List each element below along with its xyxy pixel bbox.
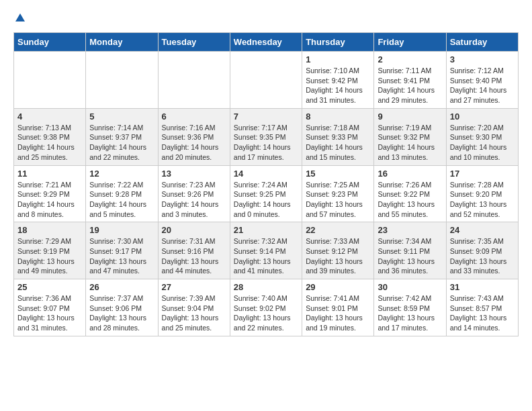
day-number: 3 (450, 54, 515, 64)
calendar-cell: 28Sunrise: 7:40 AM Sunset: 9:02 PM Dayli… (230, 279, 302, 336)
day-number: 12 (89, 169, 154, 179)
day-header-friday: Friday (374, 33, 446, 52)
day-number: 9 (378, 111, 442, 122)
day-content: Sunrise: 7:21 AM Sunset: 9:29 PM Dayligh… (17, 180, 82, 220)
day-content: Sunrise: 7:18 AM Sunset: 9:33 PM Dayligh… (306, 123, 370, 163)
calendar-cell: 9Sunrise: 7:19 AM Sunset: 9:32 PM Daylig… (374, 108, 446, 165)
calendar-cell: 2Sunrise: 7:11 AM Sunset: 9:41 PM Daylig… (374, 52, 446, 109)
calendar-cell: 27Sunrise: 7:39 AM Sunset: 9:04 PM Dayli… (158, 279, 230, 336)
calendar-cell: 26Sunrise: 7:37 AM Sunset: 9:06 PM Dayli… (86, 279, 158, 336)
calendar-cell: 15Sunrise: 7:25 AM Sunset: 9:23 PM Dayli… (302, 165, 374, 222)
day-number: 16 (378, 169, 442, 179)
calendar-cell: 10Sunrise: 7:20 AM Sunset: 9:30 PM Dayli… (446, 108, 518, 165)
day-number: 25 (17, 282, 82, 292)
calendar-cell: 8Sunrise: 7:18 AM Sunset: 9:33 PM Daylig… (302, 108, 374, 165)
day-number: 5 (89, 111, 154, 122)
day-content: Sunrise: 7:33 AM Sunset: 9:12 PM Dayligh… (306, 236, 370, 276)
day-content: Sunrise: 7:43 AM Sunset: 8:57 PM Dayligh… (450, 293, 515, 333)
day-content: Sunrise: 7:39 AM Sunset: 9:04 PM Dayligh… (162, 293, 226, 333)
page-header (13, 13, 519, 21)
day-number: 15 (306, 169, 370, 179)
day-content: Sunrise: 7:40 AM Sunset: 9:02 PM Dayligh… (234, 293, 298, 333)
day-content: Sunrise: 7:35 AM Sunset: 9:09 PM Dayligh… (450, 236, 515, 276)
day-number: 20 (162, 225, 226, 235)
calendar-cell: 4Sunrise: 7:13 AM Sunset: 9:38 PM Daylig… (14, 108, 86, 165)
day-number: 1 (306, 54, 370, 64)
day-content: Sunrise: 7:31 AM Sunset: 9:16 PM Dayligh… (162, 236, 226, 276)
calendar-cell (230, 52, 302, 109)
day-content: Sunrise: 7:13 AM Sunset: 9:38 PM Dayligh… (17, 123, 82, 163)
day-content: Sunrise: 7:10 AM Sunset: 9:42 PM Dayligh… (306, 66, 370, 105)
day-header-wednesday: Wednesday (230, 33, 302, 52)
day-content: Sunrise: 7:42 AM Sunset: 8:59 PM Dayligh… (378, 293, 442, 333)
calendar-cell (86, 52, 158, 109)
day-content: Sunrise: 7:24 AM Sunset: 9:25 PM Dayligh… (234, 180, 298, 220)
day-number: 19 (89, 225, 154, 235)
day-header-monday: Monday (86, 33, 158, 52)
day-content: Sunrise: 7:19 AM Sunset: 9:32 PM Dayligh… (378, 123, 442, 163)
day-content: Sunrise: 7:25 AM Sunset: 9:23 PM Dayligh… (306, 180, 370, 220)
day-number: 14 (234, 169, 298, 179)
day-number: 13 (162, 169, 226, 179)
day-header-saturday: Saturday (446, 33, 518, 52)
day-number: 21 (234, 225, 298, 235)
day-content: Sunrise: 7:26 AM Sunset: 9:22 PM Dayligh… (378, 180, 442, 220)
day-header-tuesday: Tuesday (158, 33, 230, 52)
calendar-cell (158, 52, 230, 109)
calendar-cell: 17Sunrise: 7:28 AM Sunset: 9:20 PM Dayli… (446, 165, 518, 222)
calendar-cell: 3Sunrise: 7:12 AM Sunset: 9:40 PM Daylig… (446, 52, 518, 109)
calendar-table: SundayMondayTuesdayWednesdayThursdayFrid… (13, 32, 519, 336)
day-header-sunday: Sunday (14, 33, 86, 52)
day-number: 22 (306, 225, 370, 235)
calendar-cell: 20Sunrise: 7:31 AM Sunset: 9:16 PM Dayli… (158, 222, 230, 279)
day-content: Sunrise: 7:23 AM Sunset: 9:26 PM Dayligh… (162, 180, 226, 220)
calendar-cell: 14Sunrise: 7:24 AM Sunset: 9:25 PM Dayli… (230, 165, 302, 222)
day-number: 8 (306, 111, 370, 122)
calendar-cell: 21Sunrise: 7:32 AM Sunset: 9:14 PM Dayli… (230, 222, 302, 279)
day-content: Sunrise: 7:36 AM Sunset: 9:07 PM Dayligh… (17, 293, 82, 333)
day-content: Sunrise: 7:12 AM Sunset: 9:40 PM Dayligh… (450, 66, 515, 105)
calendar-cell: 18Sunrise: 7:29 AM Sunset: 9:19 PM Dayli… (14, 222, 86, 279)
day-content: Sunrise: 7:32 AM Sunset: 9:14 PM Dayligh… (234, 236, 298, 276)
day-content: Sunrise: 7:16 AM Sunset: 9:36 PM Dayligh… (162, 123, 226, 163)
calendar-cell: 11Sunrise: 7:21 AM Sunset: 9:29 PM Dayli… (14, 165, 86, 222)
day-content: Sunrise: 7:34 AM Sunset: 9:11 PM Dayligh… (378, 236, 442, 276)
day-number: 31 (450, 282, 515, 292)
calendar-cell: 6Sunrise: 7:16 AM Sunset: 9:36 PM Daylig… (158, 108, 230, 165)
calendar-cell: 24Sunrise: 7:35 AM Sunset: 9:09 PM Dayli… (446, 222, 518, 279)
day-number: 28 (234, 282, 298, 292)
calendar-cell: 7Sunrise: 7:17 AM Sunset: 9:35 PM Daylig… (230, 108, 302, 165)
day-number: 26 (89, 282, 154, 292)
calendar-cell: 5Sunrise: 7:14 AM Sunset: 9:37 PM Daylig… (86, 108, 158, 165)
day-number: 4 (17, 111, 82, 122)
calendar-cell: 12Sunrise: 7:22 AM Sunset: 9:28 PM Dayli… (86, 165, 158, 222)
calendar-cell: 30Sunrise: 7:42 AM Sunset: 8:59 PM Dayli… (374, 279, 446, 336)
day-number: 29 (306, 282, 370, 292)
day-number: 23 (378, 225, 442, 235)
day-content: Sunrise: 7:30 AM Sunset: 9:17 PM Dayligh… (89, 236, 154, 276)
day-content: Sunrise: 7:11 AM Sunset: 9:41 PM Dayligh… (378, 66, 442, 105)
calendar-cell: 25Sunrise: 7:36 AM Sunset: 9:07 PM Dayli… (14, 279, 86, 336)
calendar-cell: 16Sunrise: 7:26 AM Sunset: 9:22 PM Dayli… (374, 165, 446, 222)
day-header-thursday: Thursday (302, 33, 374, 52)
day-number: 10 (450, 111, 515, 122)
logo (13, 13, 25, 21)
calendar-cell: 31Sunrise: 7:43 AM Sunset: 8:57 PM Dayli… (446, 279, 518, 336)
day-content: Sunrise: 7:29 AM Sunset: 9:19 PM Dayligh… (17, 236, 82, 276)
calendar-cell (14, 52, 86, 109)
logo-triangle-icon (15, 13, 25, 21)
day-content: Sunrise: 7:20 AM Sunset: 9:30 PM Dayligh… (450, 123, 515, 163)
day-number: 6 (162, 111, 226, 122)
day-content: Sunrise: 7:17 AM Sunset: 9:35 PM Dayligh… (234, 123, 298, 163)
day-content: Sunrise: 7:41 AM Sunset: 9:01 PM Dayligh… (306, 293, 370, 333)
calendar-cell: 23Sunrise: 7:34 AM Sunset: 9:11 PM Dayli… (374, 222, 446, 279)
day-content: Sunrise: 7:37 AM Sunset: 9:06 PM Dayligh… (89, 293, 154, 333)
calendar-cell: 13Sunrise: 7:23 AM Sunset: 9:26 PM Dayli… (158, 165, 230, 222)
day-number: 30 (378, 282, 442, 292)
day-content: Sunrise: 7:22 AM Sunset: 9:28 PM Dayligh… (89, 180, 154, 220)
calendar-cell: 22Sunrise: 7:33 AM Sunset: 9:12 PM Dayli… (302, 222, 374, 279)
day-content: Sunrise: 7:14 AM Sunset: 9:37 PM Dayligh… (89, 123, 154, 163)
day-number: 7 (234, 111, 298, 122)
calendar-cell: 1Sunrise: 7:10 AM Sunset: 9:42 PM Daylig… (302, 52, 374, 109)
day-number: 17 (450, 169, 515, 179)
